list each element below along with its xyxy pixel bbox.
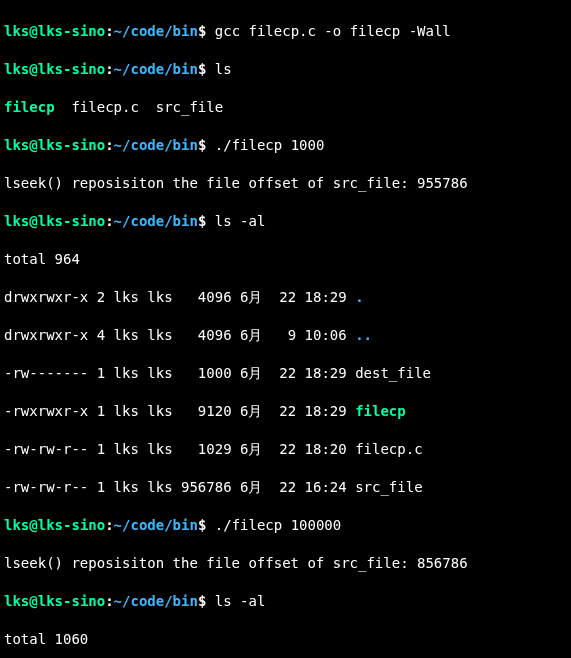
prompt-path: ~/code/bin xyxy=(114,593,198,609)
prompt-colon: : xyxy=(105,213,113,229)
prompt-colon: : xyxy=(105,137,113,153)
lseek-output-2: lseek() reposisiton the file offset of s… xyxy=(4,554,567,573)
ls-row: drwxrwxr-x 4 lks lks 4096 6月 9 10:06 .. xyxy=(4,326,567,345)
line-prompt-3: lks@lks-sino:~/code/bin$ ./filecp 1000 xyxy=(4,136,567,155)
prompt-at: @ xyxy=(29,213,37,229)
prompt-host: lks-sino xyxy=(38,23,105,39)
ls-name-dot: . xyxy=(355,289,363,305)
prompt-host: lks-sino xyxy=(38,61,105,77)
prompt-user: lks xyxy=(4,137,29,153)
command-filecp-100000: ./filecp 100000 xyxy=(215,517,341,533)
prompt-colon: : xyxy=(105,61,113,77)
prompt-path: ~/code/bin xyxy=(114,137,198,153)
ls-row-destfile: -rw------- 1 lks lks 1000 6月 22 18:29 de… xyxy=(4,364,567,383)
line-prompt-1: lks@lks-sino:~/code/bin$ gcc filecp.c -o… xyxy=(4,22,567,41)
prompt-host: lks-sino xyxy=(38,593,105,609)
ls-meta: -rwxrwxr-x 1 lks lks 9120 6月 22 18:29 xyxy=(4,403,355,419)
prompt-at: @ xyxy=(29,517,37,533)
prompt-user: lks xyxy=(4,213,29,229)
prompt-path: ~/code/bin xyxy=(114,517,198,533)
ls-name-dotdot: .. xyxy=(355,327,372,343)
prompt-host: lks-sino xyxy=(38,137,105,153)
prompt-colon: : xyxy=(105,23,113,39)
ls-row-srcfile: -rw-rw-r-- 1 lks lks 956786 6月 22 16:24 … xyxy=(4,478,567,497)
prompt-user: lks xyxy=(4,23,29,39)
command-gcc xyxy=(206,23,214,39)
prompt-path: ~/code/bin xyxy=(114,61,198,77)
ls-name-filecp: filecp xyxy=(355,403,406,419)
ls-meta: drwxrwxr-x 2 lks lks 4096 6月 22 18:29 xyxy=(4,289,355,305)
prompt-path: ~/code/bin xyxy=(114,213,198,229)
total-1: total 964 xyxy=(4,250,567,269)
command-gcc-text: gcc filecp.c -o filecp -Wall xyxy=(215,23,451,39)
prompt-host: lks-sino xyxy=(38,517,105,533)
prompt-user: lks xyxy=(4,593,29,609)
ls-item-rest: filecp.c src_file xyxy=(55,99,224,115)
command-ls-al-2: ls -al xyxy=(215,593,266,609)
ls-row-filecpc: -rw-rw-r-- 1 lks lks 1029 6月 22 18:20 fi… xyxy=(4,440,567,459)
command-ls: ls xyxy=(215,61,232,77)
line-prompt-5: lks@lks-sino:~/code/bin$ ./filecp 100000 xyxy=(4,516,567,535)
ls-item-filecp: filecp xyxy=(4,99,55,115)
prompt-user: lks xyxy=(4,61,29,77)
ls-row: -rwxrwxr-x 1 lks lks 9120 6月 22 18:29 fi… xyxy=(4,402,567,421)
prompt-at: @ xyxy=(29,61,37,77)
command-filecp-1000: ./filecp 1000 xyxy=(215,137,325,153)
ls-meta: drwxrwxr-x 4 lks lks 4096 6月 9 10:06 xyxy=(4,327,355,343)
prompt-at: @ xyxy=(29,137,37,153)
ls-row: drwxrwxr-x 2 lks lks 4096 6月 22 18:29 . xyxy=(4,288,567,307)
prompt-host: lks-sino xyxy=(38,213,105,229)
line-prompt-2: lks@lks-sino:~/code/bin$ ls xyxy=(4,60,567,79)
line-prompt-6: lks@lks-sino:~/code/bin$ ls -al xyxy=(4,592,567,611)
prompt-path: ~/code/bin xyxy=(114,23,198,39)
prompt-at: @ xyxy=(29,23,37,39)
prompt-user: lks xyxy=(4,517,29,533)
ls-output-1: filecp filecp.c src_file xyxy=(4,98,567,117)
prompt-at: @ xyxy=(29,593,37,609)
prompt-colon: : xyxy=(105,593,113,609)
line-prompt-4: lks@lks-sino:~/code/bin$ ls -al xyxy=(4,212,567,231)
command-ls-al-1: ls -al xyxy=(215,213,266,229)
total-2: total 1060 xyxy=(4,630,567,649)
terminal-window[interactable]: lks@lks-sino:~/code/bin$ gcc filecp.c -o… xyxy=(0,0,571,658)
lseek-output-1: lseek() reposisiton the file offset of s… xyxy=(4,174,567,193)
prompt-colon: : xyxy=(105,517,113,533)
